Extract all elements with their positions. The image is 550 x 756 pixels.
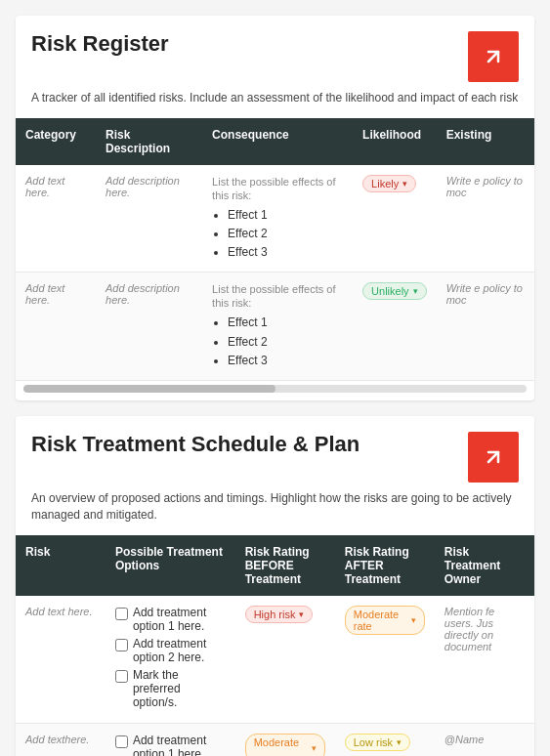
cell-category: Add text here. <box>16 165 96 273</box>
cell-description: Add description here. <box>96 165 202 273</box>
likelihood-badge[interactable]: Unlikely▾ <box>362 282 427 300</box>
cell-treatment-options: Add treatment option 1 here. Add treatme… <box>106 596 235 724</box>
treatment-checkbox[interactable] <box>115 735 128 748</box>
svg-line-1 <box>488 452 498 462</box>
risk-register-section: Risk Register A tracker of all identifie… <box>16 16 534 400</box>
table-row: Add text here. Add description here. Lis… <box>16 273 534 381</box>
cell-risk: Add texthere. <box>16 723 106 756</box>
risk-register-title: Risk Register <box>31 31 468 57</box>
after-rating-badge[interactable]: Low risk▾ <box>345 734 410 751</box>
risk-treatment-header: Risk Treatment Schedule & Plan <box>16 416 534 490</box>
treatment-option-label: Add treatment option 2 here. <box>133 637 226 664</box>
treatment-option-item: Add treatment option 1 here. <box>115 606 226 633</box>
risk-treatment-title: Risk Treatment Schedule & Plan <box>31 432 460 457</box>
col-owner: Risk Treatment Owner <box>435 535 534 596</box>
before-rating-badge[interactable]: Moderate ...▾ <box>245 734 325 756</box>
risk-register-arrow-button[interactable] <box>468 31 519 82</box>
col-likelihood: Likelihood <box>353 118 437 165</box>
treatment-option-item: Add treatment option 1 here. <box>115 734 226 756</box>
col-existing: Existing <box>437 118 534 165</box>
table-row: Add texthere. Add treatment option 1 her… <box>16 723 534 756</box>
treatment-option-label: Add treatment option 1 here. <box>133 734 226 756</box>
table-row: Add text here. Add description here. Lis… <box>16 165 534 273</box>
cell-description: Add description here. <box>96 273 202 381</box>
risk-register-header: Risk Register <box>16 16 534 90</box>
cell-consequence: List the possible effects of this risk: … <box>202 165 353 273</box>
treatment-checkbox[interactable] <box>115 639 128 651</box>
treatment-option-label: Add treatment option 1 here. <box>133 606 226 633</box>
cell-after-rating: Moderate rate▾ <box>335 596 435 724</box>
risk-register-description: A tracker of all identified risks. Inclu… <box>16 90 534 118</box>
risk-treatment-description: An overview of proposed actions and timi… <box>16 490 534 535</box>
risk-treatment-section: Risk Treatment Schedule & Plan An overvi… <box>16 416 534 756</box>
cell-risk: Add text here. <box>16 596 106 724</box>
after-rating-badge[interactable]: Moderate rate▾ <box>345 606 425 635</box>
risk-treatment-table-wrapper: Risk Possible Treatment Options Risk Rat… <box>16 535 534 756</box>
cell-after-rating: Low risk▾ <box>335 723 435 756</box>
svg-line-0 <box>488 52 498 62</box>
col-risk: Risk <box>16 535 106 596</box>
treatment-checkbox[interactable] <box>115 608 128 620</box>
col-after-treatment: Risk Rating AFTER Treatment <box>335 535 435 596</box>
cell-treatment-options: Add treatment option 1 here. Add treatme… <box>106 723 235 756</box>
cell-before-rating: Moderate ...▾ <box>235 723 335 756</box>
cell-category: Add text here. <box>16 273 96 381</box>
cell-existing: Write e policy to moc <box>437 273 534 381</box>
cell-before-rating: High risk▾ <box>235 596 335 724</box>
col-treatment-options: Possible Treatment Options <box>106 535 235 596</box>
risk-treatment-arrow-button[interactable] <box>468 432 519 483</box>
cell-likelihood: Unlikely▾ <box>353 273 437 381</box>
cell-consequence: List the possible effects of this risk: … <box>202 273 353 381</box>
risk-register-scrollbar-thumb <box>23 385 275 393</box>
risk-treatment-table: Risk Possible Treatment Options Risk Rat… <box>16 535 534 756</box>
before-rating-badge[interactable]: High risk▾ <box>245 606 314 623</box>
risk-register-table: Category Risk Description Consequence Li… <box>16 118 534 381</box>
table-row: Add text here. Add treatment option 1 he… <box>16 596 534 724</box>
risk-register-header-row: Category Risk Description Consequence Li… <box>16 118 534 165</box>
likelihood-badge[interactable]: Likely▾ <box>362 175 416 192</box>
treatment-option-item: Mark the preferred option/s. <box>115 668 226 709</box>
cell-likelihood: Likely▾ <box>353 165 437 273</box>
treatment-option-label: Mark the preferred option/s. <box>133 668 226 709</box>
risk-treatment-header-row: Risk Possible Treatment Options Risk Rat… <box>16 535 534 596</box>
risk-register-scrollbar[interactable] <box>23 385 527 393</box>
col-before-treatment: Risk Rating BEFORE Treatment <box>235 535 335 596</box>
treatment-option-item: Add treatment option 2 here. <box>115 637 226 664</box>
col-category: Category <box>16 118 96 165</box>
col-risk-description: Risk Description <box>96 118 202 165</box>
treatment-checkbox[interactable] <box>115 670 128 683</box>
col-consequence: Consequence <box>202 118 353 165</box>
cell-existing: Write e policy to moc <box>437 165 534 273</box>
risk-register-table-wrapper: Category Risk Description Consequence Li… <box>16 118 534 381</box>
cell-owner: @Name <box>435 723 534 756</box>
cell-owner: Mention fe users. Jus directly on docume… <box>435 596 534 724</box>
